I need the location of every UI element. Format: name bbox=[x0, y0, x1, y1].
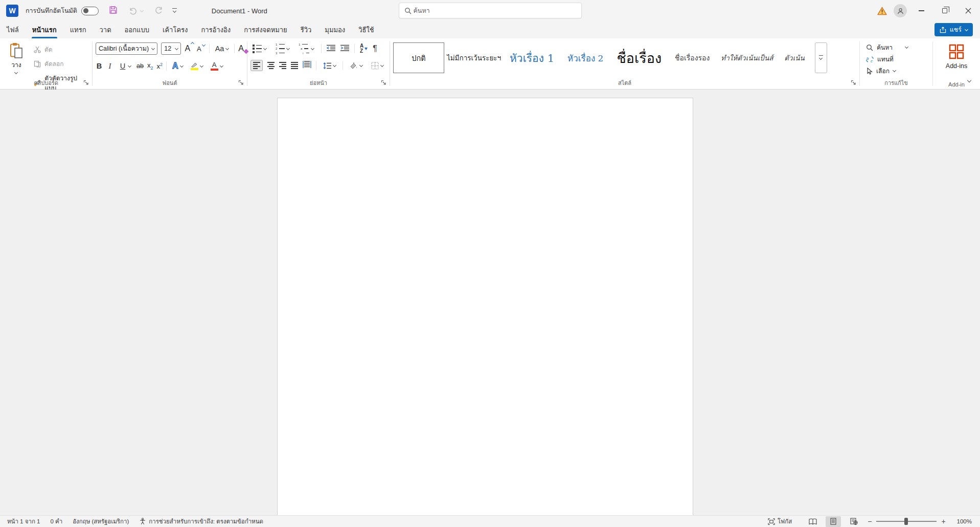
copy-button[interactable]: คัดลอก bbox=[32, 58, 89, 70]
zoom-control: − + bbox=[861, 517, 951, 525]
addins-button[interactable]: Add-ins bbox=[946, 43, 967, 70]
print-layout-icon bbox=[830, 518, 836, 525]
font-size-combo[interactable]: 12 bbox=[161, 42, 181, 55]
sort-button[interactable]: AZ bbox=[360, 43, 368, 54]
replace-button[interactable]: b c แทนที่ bbox=[866, 53, 929, 65]
accessibility-status[interactable]: การช่วยสำหรับการเข้าถึง: ตรงตามข้อกำหนด bbox=[134, 516, 268, 527]
align-left-button[interactable] bbox=[250, 60, 263, 71]
read-mode-button[interactable] bbox=[805, 516, 821, 527]
style-emphasis[interactable]: ตัวเน้น bbox=[778, 42, 810, 73]
strikethrough-button[interactable]: ab bbox=[136, 62, 144, 70]
styles-gallery-more-button[interactable] bbox=[815, 42, 827, 73]
borders-button[interactable] bbox=[369, 61, 385, 71]
change-case-button[interactable]: Aa bbox=[213, 43, 231, 54]
style-heading2[interactable]: หัวเรื่อง 2 bbox=[561, 42, 609, 73]
tab-home[interactable]: หน้าแรก bbox=[26, 21, 63, 38]
account-avatar[interactable] bbox=[891, 0, 909, 21]
styles-dialog-launcher[interactable] bbox=[851, 78, 856, 87]
zoom-level-button[interactable]: 100% bbox=[952, 516, 980, 527]
share-label: แชร์ bbox=[950, 25, 962, 35]
bullets-button[interactable] bbox=[250, 43, 268, 54]
font-name-combo[interactable]: Calibri (เนื้อความ) bbox=[96, 42, 157, 55]
distribute-button[interactable] bbox=[303, 61, 311, 70]
style-no-spacing[interactable]: ไม่มีการเว้นระยะฯ bbox=[445, 42, 503, 73]
tab-draw[interactable]: วาด bbox=[93, 21, 118, 38]
tab-mailings[interactable]: การส่งจดหมาย bbox=[237, 21, 294, 38]
language-status[interactable]: อังกฤษ (สหรัฐอเมริกา) bbox=[67, 516, 134, 527]
style-normal[interactable]: ปกติ bbox=[393, 42, 444, 73]
font-dialog-launcher[interactable] bbox=[238, 78, 244, 87]
underline-button[interactable]: U bbox=[117, 61, 133, 71]
addins-label: Add-ins bbox=[946, 62, 967, 70]
select-button[interactable]: เลือก bbox=[866, 65, 929, 77]
tab-view[interactable]: มุมมอง bbox=[318, 21, 352, 38]
focus-button[interactable]: โฟกัส bbox=[763, 516, 797, 527]
search-input[interactable]: ค้นหา bbox=[399, 3, 582, 18]
close-button[interactable] bbox=[956, 0, 980, 21]
collapse-ribbon-chevron bbox=[967, 78, 971, 82]
highlight-color-button[interactable] bbox=[189, 61, 205, 71]
zoom-slider-handle[interactable] bbox=[904, 518, 908, 525]
autosave-toggle[interactable] bbox=[81, 7, 99, 15]
alert-warning-icon[interactable] bbox=[873, 0, 891, 21]
read-mode-icon bbox=[809, 518, 817, 525]
page-number-status[interactable]: หน้า 1 จาก 1 bbox=[0, 516, 45, 527]
tab-layout[interactable]: เค้าโครง bbox=[156, 21, 194, 38]
document-page[interactable] bbox=[277, 98, 693, 515]
select-label: เลือก bbox=[876, 66, 890, 76]
zoom-in-button[interactable]: + bbox=[941, 517, 945, 525]
select-icon bbox=[866, 68, 873, 75]
collapse-ribbon-button[interactable] bbox=[968, 76, 971, 85]
justify-button[interactable] bbox=[291, 62, 298, 69]
italic-button[interactable]: I bbox=[106, 62, 113, 71]
share-button[interactable]: แชร์ bbox=[935, 23, 973, 36]
tab-insert[interactable]: แทรก bbox=[63, 21, 93, 38]
tab-review[interactable]: รีวิว bbox=[294, 21, 318, 38]
undo-button[interactable] bbox=[127, 6, 145, 16]
superscript-button[interactable]: x2 bbox=[157, 62, 163, 70]
decrease-indent-button[interactable] bbox=[327, 44, 335, 53]
show-marks-button[interactable]: ¶ bbox=[373, 44, 377, 53]
save-icon[interactable] bbox=[109, 6, 118, 16]
shrink-font-button[interactable]: A bbox=[197, 45, 201, 53]
bold-button[interactable]: B bbox=[96, 62, 103, 70]
grow-font-button[interactable]: A bbox=[185, 44, 190, 53]
print-layout-button[interactable] bbox=[826, 516, 841, 527]
customize-qat-button[interactable] bbox=[172, 8, 177, 13]
numbering-button[interactable]: 1 2 3 bbox=[274, 42, 291, 56]
clipboard-dialog-launcher[interactable] bbox=[83, 78, 89, 87]
text-effects-button[interactable]: A bbox=[170, 60, 185, 72]
increase-indent-button[interactable] bbox=[340, 44, 349, 53]
zoom-slider[interactable] bbox=[876, 521, 937, 521]
zoom-out-button[interactable]: − bbox=[868, 517, 872, 525]
word-app-icon[interactable]: W bbox=[6, 5, 18, 17]
restore-button[interactable] bbox=[933, 0, 956, 21]
word-count-status[interactable]: 0 คำ bbox=[45, 516, 67, 527]
tab-help[interactable]: วิธีใช้ bbox=[352, 21, 380, 38]
find-button[interactable]: ค้นหา bbox=[866, 41, 929, 53]
line-spacing-button[interactable] bbox=[321, 61, 338, 70]
status-bar: หน้า 1 จาก 1 0 คำ อังกฤษ (สหรัฐอเมริกา) … bbox=[0, 515, 980, 527]
tab-design[interactable]: ออกแบบ bbox=[118, 21, 156, 38]
minimize-button[interactable] bbox=[909, 0, 933, 21]
tab-file[interactable]: ไฟล์ bbox=[0, 21, 26, 38]
style-subtitle[interactable]: ชื่อเรื่องรอง bbox=[669, 42, 716, 73]
redo-button[interactable] bbox=[154, 6, 163, 16]
cut-button[interactable]: ตัด bbox=[32, 43, 89, 55]
multilevel-list-button[interactable]: 1 a i bbox=[297, 42, 316, 56]
subscript-button[interactable]: x2 bbox=[147, 61, 153, 71]
align-center-button[interactable] bbox=[267, 62, 275, 69]
web-layout-button[interactable] bbox=[846, 516, 861, 527]
style-title[interactable]: ชื่อเรื่อง bbox=[610, 42, 668, 73]
shading-button[interactable] bbox=[348, 61, 364, 70]
share-icon bbox=[940, 27, 946, 33]
align-right-button[interactable] bbox=[279, 62, 286, 69]
style-heading1[interactable]: หัวเรื่อง 1 bbox=[504, 42, 560, 73]
font-color-button[interactable]: A bbox=[209, 60, 225, 72]
document-title: Document1 - Word bbox=[212, 7, 267, 15]
tab-references[interactable]: การอ้างอิง bbox=[194, 21, 237, 38]
style-subtle-emphasis[interactable]: ทำให้ตัวเน้นเป็นส์ bbox=[717, 42, 777, 73]
clear-formatting-button[interactable]: A bbox=[238, 44, 244, 53]
paragraph-dialog-launcher[interactable] bbox=[381, 78, 386, 87]
copy-label: คัดลอก bbox=[44, 59, 64, 69]
